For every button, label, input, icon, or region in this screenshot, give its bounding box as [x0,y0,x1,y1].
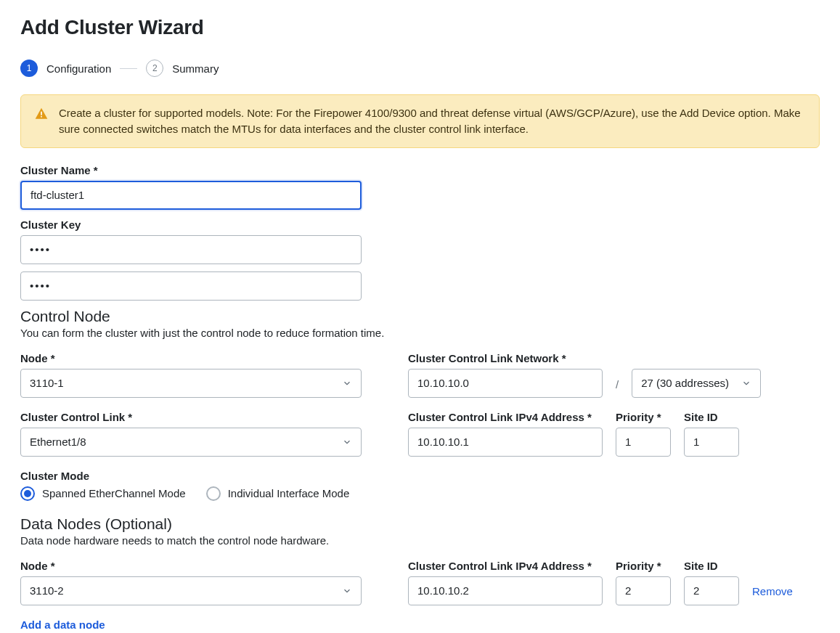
label-data-ccl-ipv4: Cluster Control Link IPv4 Address [408,560,603,572]
radio-individual-mode[interactable]: Individual Interface Mode [206,486,350,501]
label-control-node: Node [20,352,362,364]
radio-button-checked [20,486,35,501]
label-ccl-network: Cluster Control Link Network [408,352,603,364]
step-number-1: 1 [20,60,38,77]
ccl-network-input[interactable] [408,369,603,398]
chevron-down-icon [741,378,751,388]
page-title: Add Cluster Wizard [20,16,820,39]
step-label-summary: Summary [172,62,219,75]
chevron-down-icon [342,378,352,388]
step-label-configuration: Configuration [46,62,111,75]
label-ccl: Cluster Control Link [20,411,362,423]
ccl-subnet-value: 27 (30 addresses) [641,377,729,389]
control-node-select[interactable]: 3110-1 [20,369,362,398]
data-nodes-heading: Data Nodes (Optional) [20,515,820,533]
radio-label-individual: Individual Interface Mode [228,487,350,499]
control-node-value: 3110-1 [30,377,64,389]
control-node-sub: You can form the cluster with just the c… [20,327,820,339]
info-alert: Create a cluster for supported models. N… [20,94,820,148]
label-cluster-key: Cluster Key [20,219,362,231]
subnet-slash: / [616,378,619,398]
data-nodes-sub: Data node hardware needs to match the co… [20,534,820,547]
label-cluster-mode: Cluster Mode [20,470,820,482]
cluster-key-confirm-input[interactable]: •••• [20,271,362,301]
radio-button-unchecked [206,486,221,501]
radio-spanned-mode[interactable]: Spanned EtherChannel Mode [20,486,186,501]
data-node-select[interactable]: 3110-2 [20,576,362,605]
ccl-select[interactable]: Ethernet1/8 [20,428,362,457]
wizard-stepper: 1 Configuration 2 Summary [20,60,820,77]
svg-rect-1 [41,116,42,118]
control-node-heading: Control Node [20,308,820,325]
step-separator [120,68,137,69]
step-summary[interactable]: 2 Summary [146,60,219,77]
control-priority-input[interactable] [616,428,671,457]
data-ccl-ipv4-input[interactable] [408,576,603,605]
label-cluster-name: Cluster Name [20,164,362,176]
ccl-value: Ethernet1/8 [30,436,86,448]
data-priority-input[interactable] [616,576,671,605]
label-control-site-id: Site ID [684,411,739,423]
label-control-ccl-ipv4: Cluster Control Link IPv4 Address [408,411,603,423]
label-data-node: Node [20,560,362,572]
alert-text: Create a cluster for supported models. N… [59,105,806,137]
control-ccl-ipv4-input[interactable] [408,428,603,457]
radio-label-spanned: Spanned EtherChannel Mode [42,487,186,499]
cluster-key-input[interactable]: •••• [20,235,362,264]
label-data-site-id: Site ID [684,560,739,572]
remove-data-node-link[interactable]: Remove [752,585,793,597]
chevron-down-icon [342,437,352,447]
control-site-id-input[interactable] [684,428,739,457]
warning-icon [34,107,49,121]
label-control-priority: Priority [616,411,671,423]
add-data-node-link[interactable]: Add a data node [20,618,105,631]
svg-rect-0 [41,112,42,115]
chevron-down-icon [342,586,352,596]
step-configuration[interactable]: 1 Configuration [20,60,111,77]
data-site-id-input[interactable] [684,576,739,605]
cluster-name-input[interactable] [20,181,362,210]
label-data-priority: Priority [616,560,671,572]
step-number-2: 2 [146,60,163,77]
data-node-value: 3110-2 [30,584,64,597]
ccl-subnet-select[interactable]: 27 (30 addresses) [632,369,761,398]
